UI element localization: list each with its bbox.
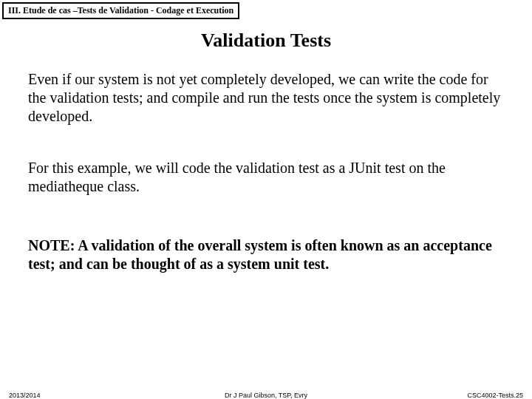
- footer-author: Dr J Paul Gibson, TSP, Evry: [0, 392, 532, 399]
- paragraph-1: Even if our system is not yet completely…: [28, 70, 504, 126]
- footer-page: CSC4002-Tests.25: [467, 392, 523, 399]
- slide-title: Validation Tests: [0, 30, 532, 52]
- section-header-text: III. Etude de cas –Tests de Validation -…: [8, 5, 233, 16]
- section-header-box: III. Etude de cas –Tests de Validation -…: [2, 2, 239, 19]
- paragraph-note: NOTE: A validation of the overall system…: [28, 236, 504, 273]
- paragraph-2: For this example, we will code the valid…: [28, 159, 504, 196]
